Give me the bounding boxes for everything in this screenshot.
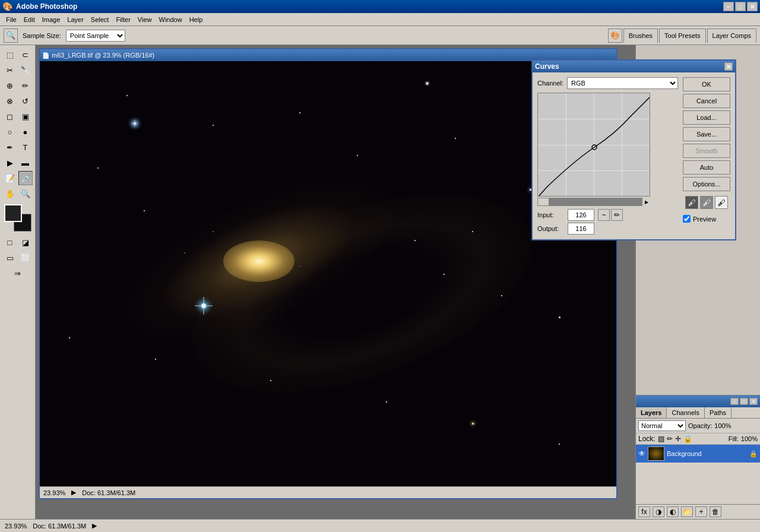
eyedropper-tool[interactable]: 💉 <box>18 171 33 185</box>
eyedropper-icon-right[interactable]: 🎨 <box>608 28 622 43</box>
new-adjustment-btn[interactable]: ◐ <box>667 506 679 517</box>
tab-channels[interactable]: Channels <box>667 407 704 418</box>
star-11 <box>386 401 387 403</box>
curves-scrollbar-thumb[interactable] <box>537 198 549 206</box>
maximize-button[interactable]: □ <box>735 2 746 11</box>
close-button[interactable]: ✕ <box>747 2 758 11</box>
menu-file[interactable]: File <box>2 15 20 24</box>
sample-size-label: Sample Size: <box>23 32 61 39</box>
layer-visibility-icon[interactable]: 👁 <box>638 449 645 458</box>
slice-tool[interactable]: 🔪 <box>18 63 33 77</box>
color-swatches[interactable] <box>4 204 31 232</box>
fill-label: Fill: <box>729 435 739 442</box>
clone-tool[interactable]: ⊗ <box>3 94 17 108</box>
menu-filter[interactable]: Filter <box>112 15 134 24</box>
opacity-label: Opacity: <box>688 422 712 429</box>
smooth-curve-icon[interactable]: ~ <box>598 209 610 221</box>
menu-select[interactable]: Select <box>87 15 113 24</box>
extra-row: ⇒ <box>11 266 25 280</box>
tool-options-bar: 🔍 Sample Size: Point Sample 3 by 3 Avera… <box>0 26 760 45</box>
document-icon: 📄 <box>42 52 49 59</box>
screen-mode-row: ▭ ⬜ <box>3 251 33 265</box>
screen-mode-btn[interactable]: ▭ <box>3 251 17 265</box>
output-value-field[interactable] <box>568 223 594 235</box>
status-expand-arrow[interactable]: ▶ <box>92 522 97 530</box>
new-layer-btn[interactable]: + <box>695 506 707 517</box>
blend-mode-select[interactable]: Normal Dissolve Multiply Screen Overlay <box>638 420 686 431</box>
star-4 <box>455 138 456 139</box>
layers-minimize-btn[interactable]: − <box>730 398 739 405</box>
input-value-field[interactable] <box>568 209 594 221</box>
menu-image[interactable]: Image <box>39 15 64 24</box>
brush-tool[interactable]: ✏ <box>18 78 33 93</box>
galaxy-core <box>223 240 294 282</box>
menu-edit[interactable]: Edit <box>20 15 39 24</box>
path-select-tool[interactable]: ▶ <box>3 156 17 170</box>
lasso-tool[interactable]: ⊂ <box>18 48 33 62</box>
quickmask-mode-btn[interactable]: ◪ <box>18 235 33 249</box>
tab-tool-presets[interactable]: Tool Presets <box>659 28 706 43</box>
status-bar: 23.93% Doc: 61.3M/61.3M ▶ <box>0 519 760 532</box>
hand-tool[interactable]: ✋ <box>3 186 17 201</box>
input-label: Input: <box>537 211 564 218</box>
curves-scrollbar[interactable]: ▶ <box>537 198 635 206</box>
layers-maximize-btn[interactable]: □ <box>740 398 748 405</box>
shape-tool[interactable]: ▬ <box>18 156 33 170</box>
dodge-tool[interactable]: ○ <box>3 125 17 139</box>
panel-tabs: 🎨 Brushes Tool Presets Layer Comps <box>608 28 756 43</box>
eyedropper-options-icon[interactable]: 🔍 <box>4 28 18 43</box>
status-doc-info: Doc: 61.3M/61.3M <box>33 522 86 530</box>
delete-layer-btn[interactable]: 🗑 <box>710 506 721 517</box>
marquee-tool[interactable]: ⬚ <box>3 48 17 62</box>
doc-info: Doc: 61.3M/61.3M <box>82 489 135 496</box>
tab-brushes[interactable]: Brushes <box>623 28 658 43</box>
gradient-tool[interactable]: ▣ <box>18 109 33 124</box>
channel-select[interactable]: RGB Red Green Blue <box>567 77 635 89</box>
star-12 <box>472 423 474 425</box>
healing-tool[interactable]: ⊕ <box>3 78 17 93</box>
menu-view[interactable]: View <box>134 15 156 24</box>
tab-paths[interactable]: Paths <box>705 407 732 418</box>
sample-size-select[interactable]: Point Sample 3 by 3 Average 5 by 5 Avera… <box>66 30 125 42</box>
star-7 <box>357 155 358 156</box>
layer-effects-btn[interactable]: fx <box>638 506 650 517</box>
menu-layer[interactable]: Layer <box>64 15 87 24</box>
star-19 <box>414 240 416 241</box>
tab-layer-comps[interactable]: Layer Comps <box>707 28 756 43</box>
lock-transparent-icon[interactable]: ▨ <box>658 435 664 443</box>
jump-to-btn[interactable]: ⇒ <box>11 266 25 280</box>
history-tool[interactable]: ↺ <box>18 94 33 108</box>
layer-item-background[interactable]: 👁 Background 🔒 <box>636 445 760 463</box>
layers-close-btn[interactable]: ✕ <box>749 398 758 405</box>
layer-mask-btn[interactable]: ◑ <box>653 506 664 517</box>
tab-layers[interactable]: Layers <box>636 407 667 418</box>
lock-all-icon[interactable]: 🔒 <box>683 435 692 443</box>
type-tool[interactable]: T <box>18 140 33 154</box>
menu-window[interactable]: Window <box>156 15 186 24</box>
document-canvas[interactable] <box>40 61 616 486</box>
star-16 <box>501 295 502 296</box>
star-17 <box>559 316 560 318</box>
lock-move-icon[interactable]: ✛ <box>675 435 681 443</box>
status-zoom: 23.93% <box>5 522 27 530</box>
foreground-color-swatch[interactable] <box>4 204 22 222</box>
pen-tool[interactable]: ✒ <box>3 140 17 154</box>
crop-tool[interactable]: ✂ <box>3 63 17 77</box>
pencil-curve-icon[interactable]: ✏ <box>611 209 623 221</box>
status-arrow[interactable]: ▶ <box>71 489 76 496</box>
eraser-tool[interactable]: ◻ <box>3 109 17 124</box>
layers-bottom-bar: fx ◑ ◐ 📁 + 🗑 <box>636 504 760 519</box>
minimize-button[interactable]: − <box>723 2 734 11</box>
curves-left-panel: Channel: RGB Red Green Blue <box>537 77 635 235</box>
burn-tool[interactable]: ● <box>18 125 33 139</box>
star-3 <box>426 83 428 84</box>
standard-mode-btn[interactable]: □ <box>3 235 17 249</box>
layer-name: Background <box>667 450 747 457</box>
curves-graph[interactable] <box>537 93 635 197</box>
zoom-tool[interactable]: 🔍 <box>18 186 33 201</box>
new-group-btn[interactable]: 📁 <box>681 506 693 517</box>
fullscreen-mode-btn[interactable]: ⬜ <box>18 251 33 265</box>
notes-tool[interactable]: 📝 <box>3 171 17 185</box>
menu-help[interactable]: Help <box>186 15 207 24</box>
lock-paint-icon[interactable]: ✏ <box>667 435 673 443</box>
